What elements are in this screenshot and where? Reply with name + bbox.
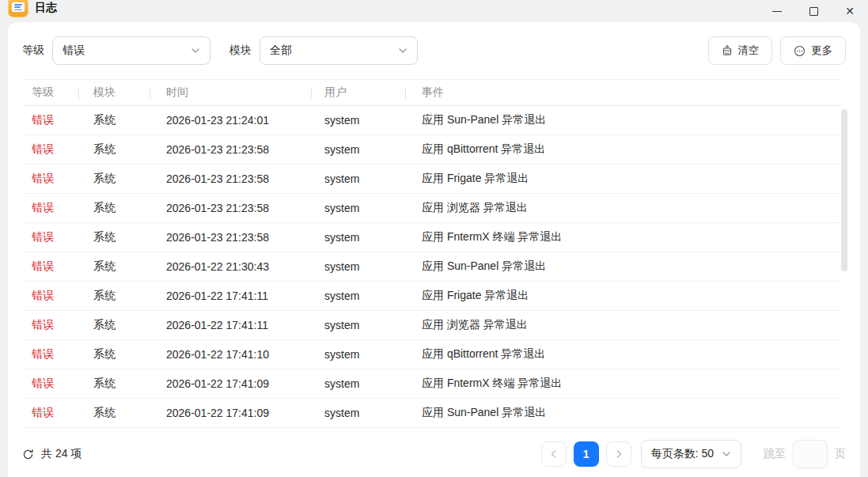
prev-page-button[interactable] xyxy=(541,441,567,467)
cell-level: 错误 xyxy=(22,194,79,222)
more-ellipsis-icon xyxy=(794,45,805,57)
minimize-button[interactable] xyxy=(759,0,795,22)
maximize-icon xyxy=(809,7,818,16)
cell-user: system xyxy=(312,282,406,310)
cell-module: 系统 xyxy=(79,194,150,222)
app-logo-icon xyxy=(8,0,28,17)
cell-module: 系统 xyxy=(79,252,150,281)
chevron-down-icon xyxy=(191,46,200,55)
cell-user: system xyxy=(312,252,406,281)
cell-user: system xyxy=(312,399,406,427)
clear-button[interactable]: 清空 xyxy=(708,36,773,65)
table-row: 错误 系统 2026-01-23 21:23:58 system 应用 浏览器 … xyxy=(22,194,840,223)
chevron-down-icon xyxy=(398,46,407,55)
cell-level: 错误 xyxy=(22,340,79,369)
cell-user: system xyxy=(312,311,406,339)
more-button[interactable]: 更多 xyxy=(780,36,846,65)
cell-module: 系统 xyxy=(79,282,150,310)
cell-time: 2026-01-22 17:41:11 xyxy=(150,282,312,310)
pagination: 1 每页条数: 50 跳至 页 xyxy=(541,440,846,468)
module-filter-select[interactable]: 全部 xyxy=(260,36,418,65)
cell-user: system xyxy=(312,223,406,252)
cell-event: 应用 Sun-Panel 异常退出 xyxy=(406,399,840,427)
cell-module: 系统 xyxy=(79,165,150,193)
cell-event: 应用 qBittorrent 异常退出 xyxy=(406,135,840,164)
total-count-label: 共 24 项 xyxy=(41,447,81,461)
cell-level: 错误 xyxy=(22,106,79,134)
cell-module: 系统 xyxy=(79,340,150,369)
page-number-button[interactable]: 1 xyxy=(574,441,599,467)
page-size-select[interactable]: 每页条数: 50 xyxy=(641,440,741,468)
cell-time: 2026-01-23 21:24:01 xyxy=(150,106,312,134)
cell-level: 错误 xyxy=(22,399,79,427)
filter-bar: 等级 错误 模块 全部 xyxy=(22,36,846,65)
table-row: 错误 系统 2026-01-22 21:30:43 system 应用 Sun-… xyxy=(22,252,840,282)
next-page-button[interactable] xyxy=(606,441,631,467)
table-row: 错误 系统 2026-01-22 17:41:09 system 应用 Fnte… xyxy=(22,369,840,399)
log-viewer-window: 日志 ✕ 等级 错误 模块 全部 xyxy=(0,0,868,477)
jump-label: 跳至 xyxy=(764,447,786,461)
page-size-value: 每页条数: 50 xyxy=(651,447,714,461)
cell-module: 系统 xyxy=(79,223,150,252)
clear-button-label: 清空 xyxy=(738,44,760,58)
module-filter-label: 模块 xyxy=(229,44,252,58)
cell-user: system xyxy=(312,340,406,369)
column-header-time: 时间 xyxy=(150,80,312,105)
cell-time: 2026-01-23 21:23:58 xyxy=(150,223,312,252)
clear-brush-icon xyxy=(722,45,733,56)
cell-level: 错误 xyxy=(22,135,79,164)
more-button-label: 更多 xyxy=(811,44,832,58)
minimize-icon xyxy=(772,11,782,12)
total-count: 共 24 项 xyxy=(22,447,81,461)
content-card: 等级 错误 模块 全部 xyxy=(8,22,860,477)
cell-level: 错误 xyxy=(22,311,79,339)
table-row: 错误 系统 2026-01-23 21:23:58 system 应用 Fnte… xyxy=(22,223,840,252)
jump-page-input[interactable] xyxy=(793,440,828,468)
cell-event: 应用 浏览器 异常退出 xyxy=(406,194,840,222)
table-row: 错误 系统 2026-01-23 21:23:58 system 应用 Frig… xyxy=(22,165,840,194)
cell-event: 应用 Frigate 异常退出 xyxy=(406,165,840,193)
cell-time: 2026-01-23 21:23:58 xyxy=(150,194,312,222)
column-header-module: 模块 xyxy=(79,80,150,105)
table-row: 错误 系统 2026-01-22 17:41:10 system 应用 qBit… xyxy=(22,340,840,369)
cell-event: 应用 FntermX 终端 异常退出 xyxy=(406,369,840,398)
cell-user: system xyxy=(312,369,406,398)
jump-suffix-label: 页 xyxy=(835,447,846,461)
cell-event: 应用 FntermX 终端 异常退出 xyxy=(406,223,840,252)
column-header-level: 等级 xyxy=(22,80,79,105)
cell-module: 系统 xyxy=(79,399,150,427)
cell-time: 2026-01-22 17:41:10 xyxy=(150,340,312,369)
cell-level: 错误 xyxy=(22,369,79,398)
table-scrollbar-thumb[interactable] xyxy=(841,109,847,271)
log-table: 等级 模块 时间 用户 事件 错误 系统 2026-01-23 21:24:01… xyxy=(22,79,840,428)
level-filter-value: 错误 xyxy=(63,44,85,58)
cell-event: 应用 qBittorrent 异常退出 xyxy=(406,340,840,369)
title-bar: 日志 ✕ xyxy=(0,0,868,22)
footer-bar: 共 24 项 1 每页条数: 50 跳至 xyxy=(22,431,846,477)
cell-module: 系统 xyxy=(79,369,150,398)
table-row: 错误 系统 2026-01-22 17:41:11 system 应用 浏览器 … xyxy=(22,311,840,340)
window-controls: ✕ xyxy=(759,0,868,22)
cell-time: 2026-01-22 17:41:09 xyxy=(150,369,312,398)
table-row: 错误 系统 2026-01-23 21:24:01 system 应用 Sun-… xyxy=(22,106,840,135)
module-filter-value: 全部 xyxy=(270,44,292,58)
cell-time: 2026-01-22 17:41:09 xyxy=(150,399,312,427)
table-row: 错误 系统 2026-01-22 17:41:09 system 应用 Sun-… xyxy=(22,399,840,428)
cell-user: system xyxy=(312,106,406,134)
close-button[interactable]: ✕ xyxy=(832,0,868,22)
cell-module: 系统 xyxy=(79,135,150,164)
cell-user: system xyxy=(312,194,406,222)
cell-event: 应用 Sun-Panel 异常退出 xyxy=(406,252,840,281)
level-filter-label: 等级 xyxy=(22,44,44,58)
level-filter-select[interactable]: 错误 xyxy=(52,36,210,65)
cell-module: 系统 xyxy=(79,106,150,134)
cell-event: 应用 Sun-Panel 异常退出 xyxy=(406,106,840,134)
cell-user: system xyxy=(312,135,406,164)
cell-time: 2026-01-23 21:23:58 xyxy=(150,165,312,193)
cell-level: 错误 xyxy=(22,165,79,193)
maximize-button[interactable] xyxy=(795,0,832,22)
cell-event: 应用 Frigate 异常退出 xyxy=(406,282,840,310)
refresh-icon[interactable] xyxy=(22,449,34,460)
table-row: 错误 系统 2026-01-22 17:41:11 system 应用 Frig… xyxy=(22,282,840,311)
jump-to-page: 跳至 页 xyxy=(764,440,846,468)
